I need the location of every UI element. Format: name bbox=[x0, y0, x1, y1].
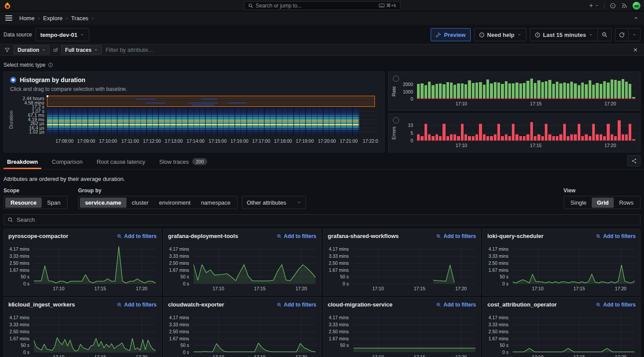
errors-bars[interactable] bbox=[417, 119, 636, 141]
menu-icon[interactable] bbox=[5, 15, 12, 21]
toolbar: Data source tempo-dev-01 Preview Need he… bbox=[0, 25, 644, 44]
help-icon[interactable] bbox=[610, 3, 616, 9]
view-option-grid[interactable]: Grid bbox=[592, 198, 614, 208]
service-ytick: 50 s bbox=[340, 274, 349, 279]
rate-plot[interactable]: 17:1017:1517:20 bbox=[417, 77, 636, 99]
chevron-down-icon bbox=[589, 32, 593, 37]
service-name: grafana-shared-workflows bbox=[328, 233, 399, 239]
groupby-option-service-name[interactable]: service.name bbox=[80, 198, 126, 208]
service-xtick: 17:20 bbox=[455, 354, 467, 357]
service-chart[interactable]: 17:1017:1517:20 bbox=[34, 245, 156, 284]
selection-handle[interactable] bbox=[47, 95, 48, 97]
global-search-input[interactable] bbox=[256, 3, 376, 9]
tab-comparison[interactable]: Comparison bbox=[48, 155, 86, 169]
heatmap-selection[interactable] bbox=[47, 96, 375, 107]
tab-breakdown[interactable]: Breakdown bbox=[4, 155, 41, 169]
service-xtick: 17:20 bbox=[136, 286, 147, 291]
service-ytick: 1.67 mins bbox=[169, 336, 189, 341]
other-attributes-dropdown[interactable]: Other attributes bbox=[242, 196, 306, 209]
global-search[interactable]: ⌘+k bbox=[244, 1, 400, 10]
view-option-single[interactable]: Single bbox=[565, 198, 592, 208]
service-panel: k6cloud_ingest_workers Add to filters 4.… bbox=[4, 297, 162, 357]
add-to-filters-link[interactable]: Add to filters bbox=[596, 233, 636, 239]
groupby-option-cluster[interactable]: cluster bbox=[126, 198, 154, 208]
chevron-down-icon bbox=[517, 32, 522, 37]
add-to-filters-link[interactable]: Add to filters bbox=[596, 302, 636, 308]
groupby-option-namespace[interactable]: namespace bbox=[196, 198, 236, 208]
breakdown-search-input[interactable] bbox=[17, 216, 637, 223]
service-ytick: 50 s bbox=[180, 343, 189, 348]
breadcrumb-item[interactable]: Traces bbox=[71, 15, 88, 22]
service-ytick: 50 s bbox=[500, 274, 508, 279]
service-ytick: 4.17 mins bbox=[9, 246, 29, 252]
errors-plot[interactable]: 17:1017:1517:20 bbox=[417, 119, 636, 141]
service-chart[interactable]: 17:1017:1517:20 bbox=[513, 314, 635, 352]
add-to-filters-link[interactable]: Add to filters bbox=[117, 233, 157, 239]
collapse-section-button[interactable] bbox=[633, 15, 639, 21]
breakdown-search[interactable] bbox=[4, 214, 640, 225]
service-chart[interactable]: 17:1017:1517:20 bbox=[353, 314, 475, 352]
datasource-picker[interactable]: tempo-dev-01 bbox=[36, 28, 90, 41]
service-ytick: 4.17 mins bbox=[489, 246, 509, 252]
heatmap-xtick: 17:13:00 bbox=[165, 138, 183, 144]
service-yaxis: 4.17 mins3.33 mins2.50 mins1.67 mins50 s… bbox=[166, 314, 191, 352]
clock-icon bbox=[535, 32, 540, 38]
view-option-rows[interactable]: Rows bbox=[614, 198, 639, 208]
add-to-filters-link[interactable]: Add to filters bbox=[277, 233, 317, 239]
tab-slow-traces[interactable]: Slow traces200 bbox=[156, 155, 211, 169]
preview-button[interactable]: Preview bbox=[431, 28, 470, 41]
service-chart[interactable]: 17:1017:1517:20 bbox=[353, 245, 475, 284]
service-xtick: 17:15 bbox=[254, 286, 266, 291]
service-ytick: 0 s bbox=[23, 350, 29, 355]
user-avatar[interactable] bbox=[633, 2, 640, 10]
groupby-label: Group by bbox=[78, 188, 306, 194]
need-help-button[interactable]: Need help bbox=[474, 28, 526, 41]
service-ytick: 50 s bbox=[500, 343, 508, 348]
service-xtick: 17:10 bbox=[53, 286, 65, 291]
service-chart[interactable]: 17:1017:1517:20 bbox=[194, 245, 316, 284]
scope-option-resource[interactable]: Resource bbox=[5, 198, 42, 208]
service-chart[interactable]: 17:1017:1517:20 bbox=[34, 314, 156, 352]
service-chart[interactable]: 17:1017:1517:20 bbox=[513, 245, 635, 284]
add-to-filters-link[interactable]: Add to filters bbox=[277, 302, 317, 308]
clear-filter-button[interactable] bbox=[631, 47, 640, 53]
news-rss-icon[interactable] bbox=[621, 3, 627, 9]
histogram-subtitle: Click and drag to compare selection with… bbox=[10, 86, 378, 92]
heatmap-ytick: 1.02 µs bbox=[29, 129, 44, 134]
services-grid: pyroscope-compactor Add to filters 4.17 … bbox=[0, 229, 644, 357]
scope-option-span[interactable]: Span bbox=[42, 198, 65, 208]
refresh-button[interactable] bbox=[615, 28, 629, 41]
trace-type-dropdown[interactable]: Full traces bbox=[61, 45, 102, 54]
service-xtick: 17:20 bbox=[615, 286, 626, 291]
add-to-filters-link[interactable]: Add to filters bbox=[436, 302, 476, 308]
breadcrumb-item[interactable]: Home bbox=[19, 15, 35, 22]
groupby-option-environment[interactable]: environment bbox=[154, 198, 196, 208]
service-name: k6cloud_ingest_workers bbox=[8, 301, 75, 308]
attribute-filter-input[interactable] bbox=[105, 47, 628, 53]
histogram-radio[interactable] bbox=[10, 77, 16, 83]
service-ytick: 3.33 mins bbox=[489, 253, 509, 259]
add-to-filters-link[interactable]: Add to filters bbox=[117, 302, 157, 308]
zoom-out-button[interactable] bbox=[598, 28, 612, 41]
grafana-logo[interactable] bbox=[4, 2, 11, 10]
chevron-right-icon: › bbox=[66, 15, 68, 21]
service-chart[interactable]: 17:1017:1517:20 bbox=[194, 314, 316, 352]
rate-bars[interactable] bbox=[417, 77, 636, 99]
service-xtick: 17:10 bbox=[372, 354, 384, 357]
refresh-interval-button[interactable] bbox=[629, 28, 640, 41]
tab-root-cause-latency[interactable]: Root cause latency bbox=[93, 155, 149, 169]
add-to-filters-link[interactable]: Add to filters bbox=[436, 233, 476, 239]
service-ytick: 50 s bbox=[21, 343, 29, 348]
duration-heatmap-plot[interactable]: 17:08:0017:09:0017:10:0017:11:0017:12:00… bbox=[47, 96, 377, 136]
breadcrumb-item[interactable]: Explore bbox=[43, 15, 62, 22]
service-ytick: 4.17 mins bbox=[9, 315, 29, 320]
time-range-picker[interactable]: Last 15 minutes bbox=[530, 28, 598, 41]
share-button[interactable] bbox=[627, 155, 640, 166]
heatmap-xtick: 17:20:00 bbox=[318, 138, 336, 144]
service-ytick: 0 s bbox=[502, 281, 508, 286]
duration-filter-dropdown[interactable]: Duration bbox=[14, 45, 50, 54]
search-icon bbox=[248, 3, 253, 8]
service-xtick: 17:10 bbox=[212, 354, 224, 357]
add-button[interactable] bbox=[588, 3, 599, 8]
search-plus-icon bbox=[117, 302, 122, 307]
